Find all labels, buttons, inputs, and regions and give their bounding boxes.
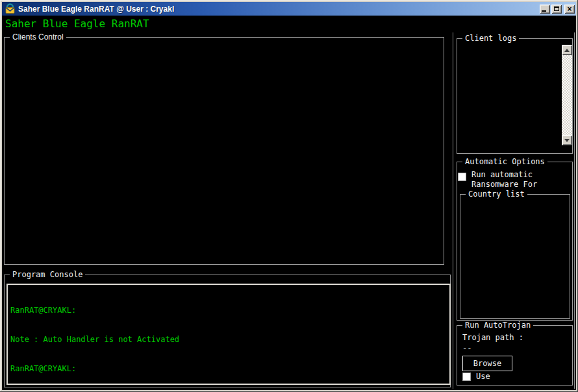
padlock-mail-icon: [5, 3, 16, 14]
clients-control-label: Clients Control: [10, 32, 66, 42]
close-button[interactable]: ×: [564, 5, 575, 14]
clients-control-group[interactable]: Clients Control: [4, 37, 444, 265]
use-checkbox-label: Use: [476, 372, 490, 382]
minimize-button[interactable]: [540, 5, 550, 14]
app-window: Saher Blue Eagle RanRAT @ User : Cryakl …: [0, 0, 578, 392]
run-automatic-label-line1: Run automatic: [471, 170, 533, 180]
console-line: RanRAT@CRYAKL:: [10, 364, 447, 374]
scroll-down-button[interactable]: [562, 135, 572, 145]
trojan-path-value: --: [462, 343, 471, 353]
client-logs-label: Client logs: [462, 34, 519, 43]
console-line: Note : Auto Handler is not Activated: [10, 335, 447, 345]
program-console-label: Program Console: [10, 270, 85, 279]
window-controls: ×: [540, 5, 575, 14]
scroll-up-arrow-icon: [564, 49, 570, 52]
close-icon: ×: [567, 6, 572, 12]
maximize-icon: [554, 6, 559, 11]
run-automatic-checkbox[interactable]: [458, 173, 466, 181]
minimize-icon: [542, 10, 546, 12]
run-autotrojan-label: Run AutoTrojan: [462, 321, 533, 330]
window-title: Saher Blue Eagle RanRAT @ User : Cryakl: [18, 5, 174, 14]
browse-button[interactable]: Browse: [462, 356, 512, 371]
scroll-down-arrow-icon: [564, 139, 570, 142]
maximize-button[interactable]: [551, 5, 562, 14]
client-logs-group: Client logs: [457, 38, 573, 154]
automatic-options-label: Automatic Options: [462, 157, 547, 166]
app-heading: Saher Blue Eagle RanRAT: [5, 18, 149, 30]
run-automatic-label-line2: Ransomware For: [471, 180, 537, 190]
title-bar[interactable]: Saher Blue Eagle RanRAT @ User : Cryakl …: [2, 2, 576, 16]
console-line: RanRAT@CRYAKL:: [10, 306, 447, 315]
trojan-path-label: Trojan path :: [462, 333, 523, 343]
scroll-up-button[interactable]: [562, 45, 572, 55]
country-list-group[interactable]: Country list: [460, 194, 570, 319]
country-list-label: Country list: [466, 190, 527, 199]
client-logs-scrollbar[interactable]: [562, 45, 572, 145]
console-output[interactable]: RanRAT@CRYAKL: Note : Auto Handler is no…: [6, 284, 451, 385]
scrollbar-track[interactable]: [562, 55, 572, 135]
use-checkbox[interactable]: [462, 373, 471, 381]
